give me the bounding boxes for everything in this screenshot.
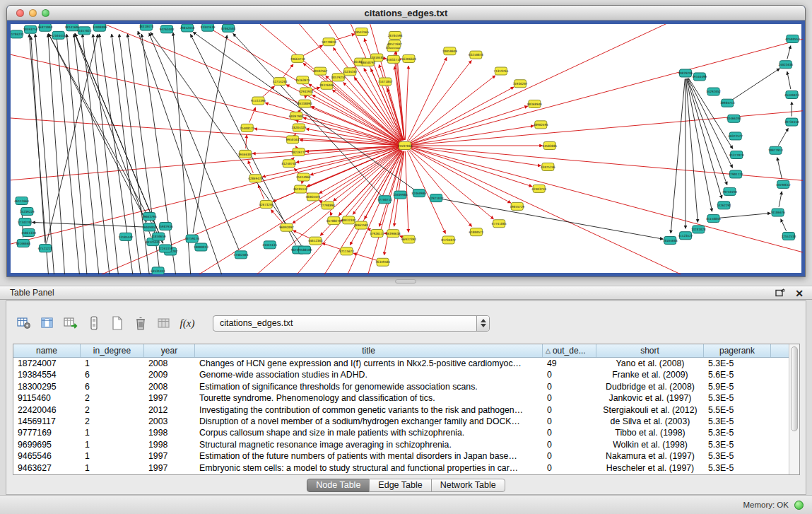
graph-edge[interactable] <box>779 192 782 207</box>
dropdown-stepper-icon[interactable] <box>476 316 489 331</box>
graph-edge[interactable] <box>687 78 722 199</box>
graph-edge[interactable] <box>407 57 447 141</box>
table-selector-dropdown[interactable]: citations_edges.txt <box>213 315 490 332</box>
graph-node-label: 56390638 <box>386 232 401 235</box>
table-row[interactable]: 1830029562008Estimation of significance … <box>13 381 799 392</box>
table-row[interactable]: 1938455462009Genome-wide association stu… <box>13 369 799 380</box>
graph-edge[interactable] <box>295 146 296 146</box>
graph-edge[interactable] <box>75 33 163 243</box>
graph-edge[interactable] <box>787 46 791 59</box>
graph-edge[interactable] <box>732 69 780 100</box>
column-header-pagerank[interactable]: pagerank <box>704 344 771 357</box>
show-columns-button[interactable] <box>38 314 57 332</box>
graph-edge[interactable] <box>719 213 770 218</box>
close-window-icon[interactable] <box>16 9 24 17</box>
table-mode-button[interactable] <box>15 314 33 332</box>
table-toolbar: f(x) citations_edges.txt <box>15 313 490 334</box>
table-row[interactable]: 977716911998Corpus callosum shape and si… <box>13 427 799 438</box>
pane-splitter[interactable] <box>0 277 812 286</box>
graph-edge[interactable] <box>411 24 789 143</box>
graph-edge[interactable] <box>57 34 80 274</box>
graph-edge[interactable] <box>302 45 322 56</box>
graph-edge[interactable] <box>411 106 528 144</box>
add-column-button[interactable] <box>61 314 80 332</box>
column-header-year[interactable]: year <box>144 344 195 357</box>
graph-edge[interactable] <box>75 34 151 237</box>
graph-edge[interactable] <box>11 24 399 144</box>
window-titlebar[interactable]: citations_edges.txt <box>7 6 805 21</box>
graph-edge[interactable] <box>114 151 401 274</box>
graph-edge[interactable] <box>687 78 712 211</box>
graph-edge[interactable] <box>330 212 331 216</box>
graph-edge[interactable] <box>300 110 301 111</box>
zoom-window-icon[interactable] <box>42 9 49 17</box>
graph-edge[interactable] <box>411 147 533 186</box>
graph-edge[interactable] <box>59 24 400 141</box>
column-header-name[interactable]: name <box>13 344 81 357</box>
float-panel-icon[interactable] <box>775 287 785 300</box>
graph-edge[interactable] <box>293 158 294 160</box>
table-row[interactable]: 911546021997Tourette syndrome. Phenomeno… <box>13 392 799 404</box>
graph-edge[interactable] <box>151 33 302 245</box>
table-cell: Stergiakouli et al. (2012) <box>596 404 704 416</box>
graph-edge[interactable] <box>149 33 239 250</box>
graph-edge[interactable] <box>262 86 274 97</box>
table-row[interactable]: 2242004622012Investigating the contribut… <box>13 404 799 416</box>
graph-edge[interactable] <box>49 34 147 223</box>
graph-edge[interactable] <box>777 158 782 180</box>
graph-edge[interactable] <box>49 34 163 244</box>
graph-node-label: 9950163 <box>286 138 300 141</box>
new-table-button[interactable] <box>108 314 126 332</box>
graph-edge[interactable] <box>686 78 698 222</box>
table-row[interactable]: 969969511998Structural magnetic resonanc… <box>13 439 799 450</box>
tab-network-table[interactable]: Network Table <box>431 479 505 492</box>
graph-edge[interactable] <box>411 146 803 183</box>
graph-edge[interactable] <box>322 243 341 250</box>
tab-node-table[interactable]: Node Table <box>307 479 370 492</box>
graph-edge[interactable] <box>47 34 98 243</box>
graph-edge[interactable] <box>411 109 803 146</box>
graph-edge[interactable] <box>108 24 401 141</box>
table-cell: 0 <box>543 439 596 450</box>
minimize-window-icon[interactable] <box>29 9 37 17</box>
delete-table-button[interactable] <box>131 314 150 332</box>
table-row[interactable]: 1872400712008Changes of HCN gene express… <box>13 358 799 369</box>
graph-node-label: 41861330 <box>21 231 36 235</box>
column-header-out-de-[interactable]: △out_de... <box>543 344 596 357</box>
import-table-button[interactable] <box>155 314 173 332</box>
function-builder-button[interactable]: f(x) <box>178 314 196 332</box>
table-row[interactable]: 946362711997Embryonic stem cells: a mode… <box>13 462 799 474</box>
column-header-title[interactable]: title <box>195 344 543 357</box>
row-selector-button[interactable] <box>85 314 103 332</box>
network-canvas[interactable]: 2559706466937393563906385792611749961583… <box>11 24 803 274</box>
table-cell: 22420046 <box>13 404 81 416</box>
close-panel-icon[interactable]: ✕ <box>795 288 804 298</box>
vertical-scrollbar[interactable] <box>789 344 799 474</box>
graph-edge[interactable] <box>408 150 471 226</box>
graph-edge[interactable] <box>312 95 400 143</box>
graph-edge[interactable] <box>190 34 295 245</box>
graph-edge[interactable] <box>405 66 408 140</box>
graph-edge[interactable] <box>334 149 401 201</box>
graph-edge[interactable] <box>778 128 788 146</box>
graph-node-label: 48902494 <box>534 123 548 127</box>
graph-edge[interactable] <box>32 222 143 227</box>
table-row[interactable]: 1456911722003Disruption of a novel membe… <box>13 416 799 427</box>
column-header-in-degree[interactable]: in_degree <box>81 344 144 357</box>
graph-edge[interactable] <box>781 219 787 231</box>
table-row[interactable]: 946554611997Estimation of the future num… <box>13 450 799 462</box>
graph-edge[interactable] <box>787 71 791 89</box>
graph-edge[interactable] <box>193 35 227 233</box>
graph-edge[interactable] <box>409 149 493 219</box>
table-cell: 0 <box>543 416 596 427</box>
graph-edge[interactable] <box>283 64 293 77</box>
graph-edge[interactable] <box>411 126 534 145</box>
graph-edge[interactable] <box>410 87 514 143</box>
tab-edge-table[interactable]: Edge Table <box>369 479 431 492</box>
graph-edge[interactable] <box>671 78 685 233</box>
splitter-handle-icon[interactable] <box>395 279 416 284</box>
column-header-short[interactable]: short <box>596 344 704 357</box>
graph-edge[interactable] <box>48 34 65 274</box>
graph-node-label: 13281828 <box>691 228 706 231</box>
scrollbar-thumb[interactable] <box>791 346 798 431</box>
